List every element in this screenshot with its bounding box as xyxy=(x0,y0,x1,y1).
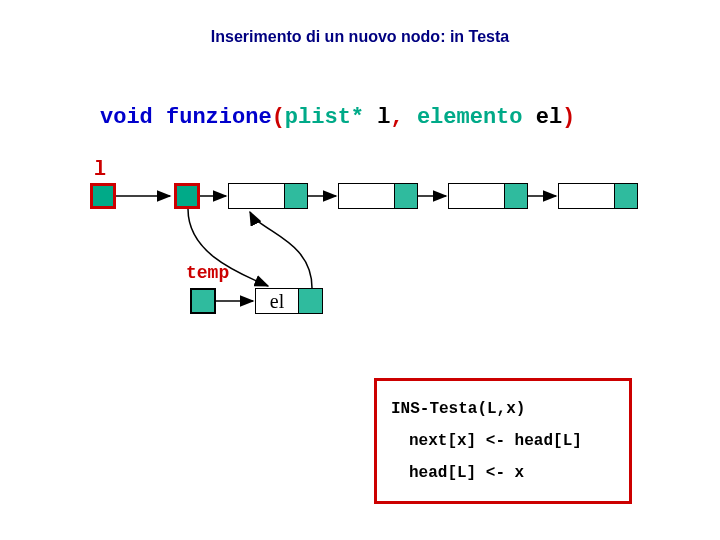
pseudo-line-3: head[L] <- x xyxy=(391,457,615,489)
label-l: l xyxy=(94,158,106,181)
type-elemento: elemento xyxy=(417,105,523,130)
arg-l: l xyxy=(377,105,390,130)
new-node-el: el xyxy=(255,288,323,314)
paren-open: ( xyxy=(272,105,285,130)
comma: , xyxy=(390,105,403,130)
function-signature: void funzione(plist* l, elemento el) xyxy=(100,105,575,130)
pseudo-line-1: INS-Testa(L,x) xyxy=(391,393,615,425)
keyword-void: void xyxy=(100,105,153,130)
paren-close: ) xyxy=(562,105,575,130)
pseudocode-box: INS-Testa(L,x) next[x] <- head[L] head[L… xyxy=(374,378,632,504)
slide-title: Inserimento di un nuovo nodo: in Testa xyxy=(0,28,720,46)
new-node-next xyxy=(299,289,322,313)
pointer-l-box xyxy=(90,183,116,209)
label-temp: temp xyxy=(186,263,229,283)
list-node-1 xyxy=(228,183,308,209)
pseudo-line-2: next[x] <- head[L] xyxy=(391,425,615,457)
type-plist: plist* xyxy=(285,105,364,130)
function-name: funzione xyxy=(166,105,272,130)
list-node-2 xyxy=(338,183,418,209)
list-node-3 xyxy=(448,183,528,209)
list-node-4 xyxy=(558,183,638,209)
pointer-head-box xyxy=(174,183,200,209)
arg-el: el xyxy=(536,105,562,130)
pointer-temp-box xyxy=(190,288,216,314)
new-node-data: el xyxy=(256,289,299,313)
